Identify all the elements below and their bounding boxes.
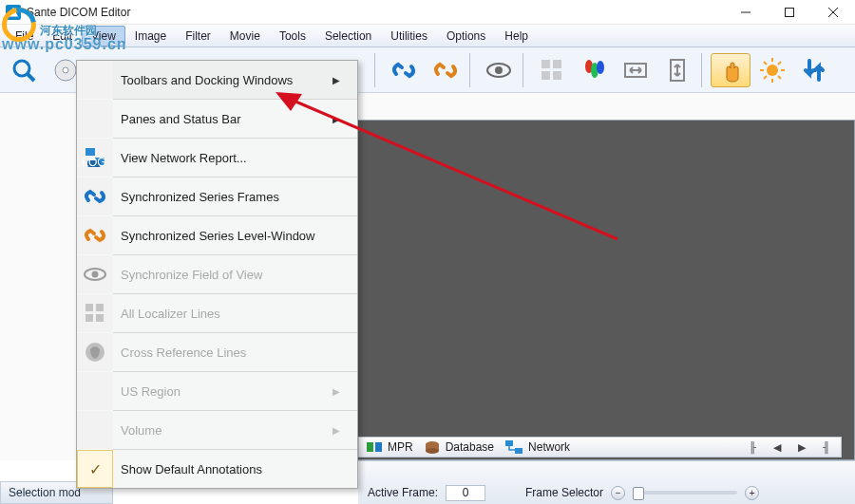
menu-item-crossref: Cross Reference Lines [77, 333, 357, 371]
tab-nav-prev[interactable]: ◀ [770, 441, 784, 454]
svg-rect-12 [542, 71, 550, 80]
fit-v-icon [664, 57, 691, 84]
menu-item-network-report[interactable]: LOGView Network Report... [77, 139, 357, 177]
tab-mpr[interactable]: MPR [367, 440, 413, 454]
menu-help[interactable]: Help [495, 26, 538, 47]
view-menu-dropdown: Toolbars and Docking Windows▶ Panes and … [76, 60, 358, 489]
svg-point-16 [597, 61, 604, 74]
toolbar-fov-button[interactable] [479, 53, 519, 87]
menu-options[interactable]: Options [437, 26, 495, 47]
menu-file[interactable]: File [6, 26, 43, 47]
menu-tools[interactable]: Tools [270, 26, 315, 47]
window-maximize-button[interactable] [768, 0, 811, 25]
link-orange-icon [83, 223, 107, 248]
sun-icon [759, 57, 786, 84]
svg-rect-37 [96, 314, 104, 322]
menu-view[interactable]: View [82, 26, 125, 47]
head-icon [83, 340, 107, 364]
svg-line-26 [778, 62, 781, 65]
menu-selection[interactable]: Selection [315, 26, 381, 47]
toolbar-open-button[interactable] [4, 53, 44, 87]
svg-rect-42 [375, 442, 382, 452]
menu-movie[interactable]: Movie [220, 26, 270, 47]
menu-item-sync-level[interactable]: Synchronized Series Level-Window [77, 216, 357, 254]
menu-edit[interactable]: Edit [43, 26, 82, 47]
menu-item-panes[interactable]: Panes and Status Bar▶ [77, 100, 357, 138]
svg-rect-41 [367, 442, 373, 452]
toolbar-separator [701, 53, 707, 87]
window-close-button[interactable] [811, 0, 855, 25]
fit-h-icon [622, 57, 649, 84]
svg-text:LOG: LOG [83, 156, 106, 169]
tab-database[interactable]: Database [425, 440, 494, 454]
chevron-right-icon: ▶ [332, 386, 340, 397]
svg-rect-46 [505, 440, 513, 446]
toolbar-color-button[interactable] [574, 53, 614, 87]
menu-filter[interactable]: Filter [176, 26, 220, 47]
svg-rect-11 [553, 60, 561, 68]
menubar: File Edit View Image Filter Movie Tools … [0, 25, 855, 47]
svg-point-9 [495, 66, 503, 74]
check-icon: ✓ [77, 450, 113, 488]
toolbar-layout-button[interactable] [532, 53, 572, 87]
svg-rect-10 [542, 60, 550, 68]
link-blue-icon [83, 184, 107, 209]
active-frame-value: 0 [446, 485, 485, 501]
menu-utilities[interactable]: Utilities [381, 26, 437, 47]
tab-nav-next[interactable]: ▶ [795, 441, 808, 454]
svg-line-24 [764, 62, 767, 65]
toolbar-pan-button[interactable] [711, 53, 750, 87]
window-titlebar: Sante DICOM Editor [0, 0, 855, 25]
frame-selector-label: Frame Selector [525, 486, 603, 499]
window-minimize-button[interactable] [724, 0, 768, 25]
svg-point-7 [63, 67, 68, 73]
svg-point-4 [14, 61, 29, 76]
rgb-blobs-icon [580, 57, 607, 84]
svg-point-45 [426, 448, 439, 454]
network-icon [505, 440, 522, 454]
toolbar-sync-frames-button[interactable] [384, 53, 424, 87]
svg-rect-35 [96, 304, 104, 311]
net-log-icon: LOG [83, 145, 107, 170]
frame-selector-slider[interactable] [633, 491, 737, 495]
quad-icon [83, 301, 107, 326]
toolbar-sync-level-button[interactable] [426, 53, 466, 87]
menu-item-sync-frames[interactable]: Synchronized Series Frames [77, 177, 357, 215]
chevron-right-icon: ▶ [332, 75, 340, 85]
frame-selector-minus[interactable]: − [611, 486, 625, 500]
svg-point-19 [767, 65, 778, 76]
eye-icon [485, 57, 512, 84]
toolbar-brightness-button[interactable] [752, 53, 792, 87]
svg-line-27 [764, 76, 767, 79]
svg-rect-13 [553, 71, 561, 80]
menu-item-toolbars[interactable]: Toolbars and Docking Windows▶ [77, 61, 357, 99]
hand-icon [717, 57, 744, 84]
mpr-icon [367, 440, 382, 454]
tab-nav-first[interactable]: ╟ [746, 441, 759, 453]
toolbar-swap-button[interactable] [794, 53, 834, 87]
tab-network[interactable]: Network [505, 440, 570, 454]
eye-icon [83, 262, 107, 287]
toolbar-separator [374, 53, 380, 87]
database-icon [425, 440, 440, 454]
svg-rect-1 [786, 8, 794, 16]
cd-icon [52, 57, 79, 84]
swap-icon [801, 57, 827, 84]
menu-image[interactable]: Image [125, 26, 176, 47]
svg-rect-47 [515, 448, 522, 454]
bottom-tab-strip: MPR Database Network ╟ ◀ ▶ ╢ [358, 437, 842, 457]
app-icon [6, 5, 21, 20]
menu-item-default-annotations[interactable]: ✓Show Default Annotations [77, 450, 357, 488]
chevron-right-icon: ▶ [332, 114, 340, 124]
toolbar-separator [469, 53, 475, 87]
active-frame-label: Active Frame: [368, 486, 438, 499]
toolbar-fit-v-button[interactable] [657, 53, 697, 87]
frame-selector-plus[interactable]: + [745, 486, 759, 500]
svg-point-33 [92, 271, 99, 278]
menu-item-sync-fov: Synchronize Field of View [77, 255, 357, 293]
svg-line-25 [778, 76, 781, 79]
tab-nav-last[interactable]: ╢ [820, 441, 833, 453]
svg-rect-28 [86, 148, 95, 156]
link-blue-icon [390, 57, 417, 84]
toolbar-fit-h-button[interactable] [616, 53, 656, 87]
